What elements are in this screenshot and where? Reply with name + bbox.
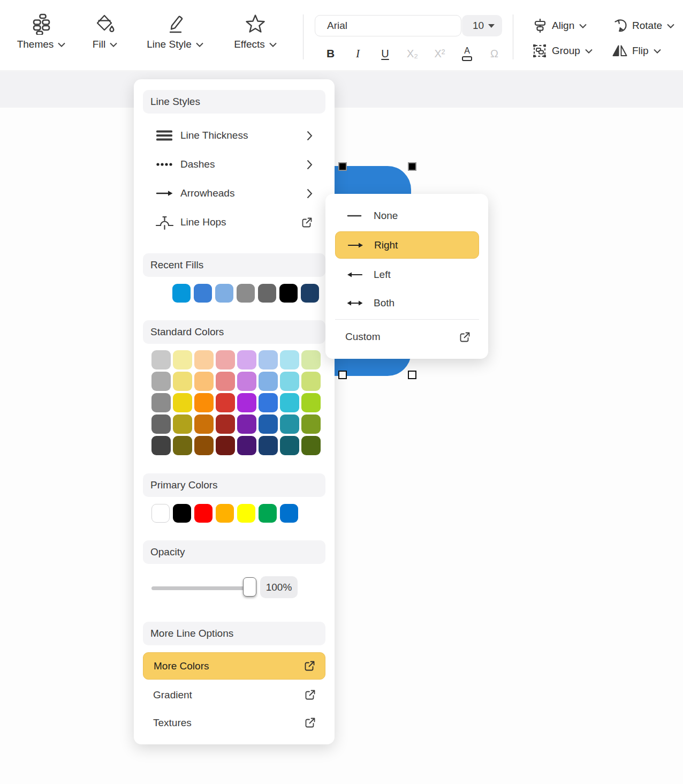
arrowhead-custom-item[interactable]: Custom [335,323,479,350]
color-swatch[interactable] [259,436,278,455]
color-swatch[interactable] [194,414,214,434]
color-swatch[interactable] [259,350,278,370]
selection-handle-bottom-left[interactable] [338,371,347,379]
color-swatch[interactable] [173,393,192,412]
toolbar-divider [303,14,303,59]
color-swatch[interactable] [237,504,255,523]
color-swatch[interactable] [216,372,235,391]
color-swatch[interactable] [216,504,234,523]
opacity-slider-track[interactable] [151,586,246,590]
color-swatch[interactable] [258,284,276,303]
selection-handle-top-right[interactable] [408,162,416,171]
arrow-left-icon [347,271,363,278]
dashes-icon [155,162,173,167]
group-button[interactable]: Group [532,42,593,60]
color-swatch[interactable] [215,284,233,303]
color-swatch[interactable] [259,414,278,434]
color-swatch[interactable] [280,414,299,434]
more-colors-item[interactable]: More Colors [143,652,325,680]
align-icon [533,18,547,33]
color-swatch[interactable] [280,350,299,370]
arrow-both-icon [347,299,363,307]
font-color-button[interactable]: A [453,44,481,63]
color-swatch[interactable] [301,350,321,370]
color-swatch[interactable] [151,393,171,412]
arrowheads-item[interactable]: Arrowheads [143,179,325,208]
arrowhead-left-item[interactable]: Left [335,261,479,288]
color-swatch[interactable] [301,372,321,391]
color-swatch[interactable] [151,504,170,523]
color-swatch[interactable] [194,284,212,303]
color-swatch[interactable] [173,414,192,434]
color-swatch[interactable] [173,436,192,455]
color-swatch[interactable] [216,393,235,412]
gradient-item[interactable]: Gradient [143,681,325,708]
color-swatch[interactable] [259,393,278,412]
color-swatch[interactable] [151,372,171,391]
font-family-input[interactable]: Arial [315,15,461,36]
color-swatch[interactable] [237,350,256,370]
color-swatch[interactable] [280,372,299,391]
color-swatch[interactable] [194,372,214,391]
color-swatch[interactable] [194,504,213,523]
color-swatch[interactable] [259,372,278,391]
gradient-label: Gradient [153,689,192,701]
color-swatch[interactable] [237,393,256,412]
color-swatch[interactable] [280,436,299,455]
color-swatch[interactable] [259,504,277,523]
chevron-down-icon [654,49,661,54]
color-swatch[interactable] [301,414,321,434]
italic-button[interactable]: I [344,44,371,63]
line-style-button[interactable]: Line Style [138,12,213,60]
opacity-slider-handle[interactable] [243,577,256,597]
opacity-header: Opacity [143,540,325,564]
underline-button[interactable]: U [371,44,399,63]
color-swatch[interactable] [216,350,235,370]
color-swatch[interactable] [301,393,321,412]
color-swatch[interactable] [194,393,214,412]
bold-button[interactable]: B [317,44,344,63]
color-swatch[interactable] [194,436,214,455]
line-style-label: Line Style [147,39,191,50]
color-swatch[interactable] [237,436,256,455]
arrowhead-none-item[interactable]: None [335,202,479,229]
line-thickness-label: Line Thickness [180,130,248,141]
color-swatch[interactable] [151,350,171,370]
color-swatch[interactable] [237,372,256,391]
color-swatch[interactable] [280,504,298,523]
themes-button[interactable]: Themes [9,12,73,60]
flip-button[interactable]: Flip [612,42,661,60]
color-swatch[interactable] [279,284,298,303]
color-swatch[interactable] [173,504,191,523]
effects-button[interactable]: Effects [218,12,293,60]
line-style-icon [164,12,186,36]
font-size-dropdown[interactable]: 10 [462,15,502,36]
arrowhead-both-item[interactable]: Both [335,290,479,316]
color-swatch[interactable] [151,436,171,455]
color-swatch[interactable] [151,414,171,434]
fill-button[interactable]: Fill [78,12,132,60]
color-swatch[interactable] [237,284,255,303]
arrowhead-right-item[interactable]: Right [335,231,479,259]
color-swatch[interactable] [172,284,191,303]
selection-handle-bottom-right[interactable] [408,371,416,379]
dashes-item[interactable]: Dashes [143,150,325,179]
color-swatch[interactable] [301,284,319,303]
color-swatch[interactable] [301,436,321,455]
line-hops-item[interactable]: Line Hops [143,208,325,237]
color-swatch[interactable] [173,372,192,391]
color-swatch[interactable] [216,436,235,455]
panel-title: Line Styles [143,90,325,114]
color-swatch[interactable] [194,350,214,370]
selection-handle-top-left[interactable] [338,162,347,171]
rotate-button[interactable]: Rotate [613,17,674,35]
toolbar-divider [513,14,513,59]
color-swatch[interactable] [237,414,256,434]
color-swatch[interactable] [173,350,192,370]
align-button[interactable]: Align [533,17,587,35]
color-swatch[interactable] [280,393,299,412]
line-thickness-item[interactable]: Line Thickness [143,121,325,150]
color-swatch[interactable] [216,414,235,434]
textures-item[interactable]: Textures [143,709,325,736]
line-hops-label: Line Hops [180,216,226,228]
